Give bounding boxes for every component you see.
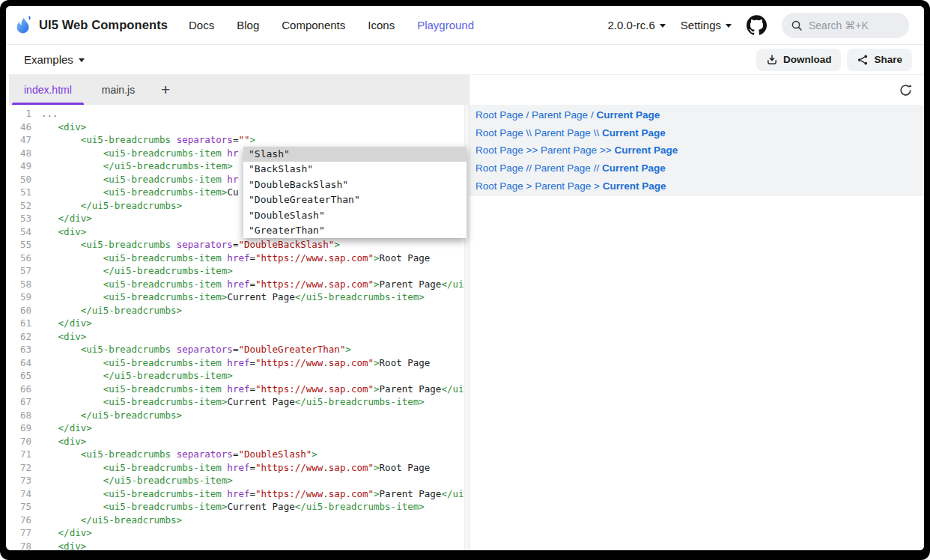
version-label: 2.0.0-rc.6 bbox=[607, 19, 654, 31]
line-number: 64 bbox=[9, 356, 41, 370]
breadcrumb-separator: > bbox=[591, 180, 602, 192]
version-dropdown[interactable]: 2.0.0-rc.6 bbox=[607, 19, 665, 31]
nav-item-blog[interactable]: Blog bbox=[237, 19, 259, 31]
app-root: UI5 Web Components DocsBlogComponentsIco… bbox=[6, 6, 924, 550]
breadcrumb-link[interactable]: Parent Page bbox=[532, 109, 588, 121]
line-number: 71 bbox=[9, 448, 41, 461]
add-tab-button[interactable]: + bbox=[150, 75, 181, 105]
code-line: 78 <div> bbox=[9, 540, 469, 551]
breadcrumb-link[interactable]: Parent Page bbox=[535, 180, 591, 192]
autocomplete-option[interactable]: "DoubleSlash" bbox=[243, 208, 466, 223]
code-line: 72 <ui5-breadcrumbs-item href="https://w… bbox=[9, 461, 469, 475]
line-content: <div> bbox=[41, 435, 86, 448]
main-split: index.htmlmain.js+ 1...46 <div>47 <ui5-b… bbox=[6, 75, 924, 550]
autocomplete-option[interactable]: "Slash" bbox=[243, 147, 466, 162]
breadcrumb-link[interactable]: Root Page bbox=[475, 127, 523, 139]
line-content: <ui5-breadcrumbs separators="DoubleGreat… bbox=[41, 343, 351, 356]
preview-panel: Root Page / Parent Page / Current PageRo… bbox=[469, 75, 924, 550]
line-number: 78 bbox=[9, 540, 41, 551]
line-number: 70 bbox=[9, 435, 41, 448]
breadcrumb-link[interactable]: Root Page bbox=[475, 180, 523, 192]
code-line: 67 <ui5-breadcrumbs-item>Current Page</u… bbox=[9, 395, 469, 409]
breadcrumb-current-page: Current Page bbox=[602, 127, 666, 139]
line-number: 75 bbox=[9, 500, 41, 514]
chevron-down-icon bbox=[660, 24, 666, 28]
download-icon bbox=[766, 54, 778, 66]
breadcrumb-link[interactable]: Parent Page bbox=[541, 144, 597, 156]
code-line: 63 <ui5-breadcrumbs separators="DoubleGr… bbox=[9, 343, 469, 356]
line-number: 51 bbox=[9, 186, 41, 199]
breadcrumb-link[interactable]: Root Page bbox=[475, 162, 523, 174]
settings-label: Settings bbox=[681, 19, 721, 31]
editor-tab-main-js[interactable]: main.js bbox=[87, 75, 150, 105]
line-number: 46 bbox=[9, 121, 41, 134]
line-content: <div> bbox=[41, 540, 86, 551]
code-line: 55 <ui5-breadcrumbs separators="DoubleBa… bbox=[9, 238, 469, 252]
code-line: 70 <div> bbox=[9, 435, 469, 448]
line-content: </ui5-breadcrumbs> bbox=[41, 514, 182, 527]
line-number: 56 bbox=[9, 252, 41, 265]
line-number: 59 bbox=[9, 290, 41, 304]
line-content: </ui5-breadcrumbs-item> bbox=[41, 264, 233, 278]
line-number: 72 bbox=[9, 461, 41, 475]
line-content: <ui5-breadcrumbs separators="DoubleSlash… bbox=[41, 448, 317, 461]
brand[interactable]: UI5 Web Components bbox=[13, 15, 168, 36]
breadcrumb-separator: / bbox=[523, 109, 532, 121]
nav-item-components[interactable]: Components bbox=[282, 19, 345, 31]
line-content: </div> bbox=[41, 421, 92, 435]
line-number: 69 bbox=[9, 421, 41, 435]
line-number: 54 bbox=[9, 225, 41, 239]
line-number: 50 bbox=[9, 173, 41, 186]
share-icon bbox=[857, 54, 869, 66]
autocomplete-option[interactable]: "DoubleGreaterThan" bbox=[243, 192, 466, 207]
breadcrumb-link[interactable]: Parent Page bbox=[535, 162, 591, 174]
autocomplete-option[interactable]: "DoubleBackSlash" bbox=[243, 177, 466, 192]
github-icon[interactable] bbox=[747, 15, 767, 35]
autocomplete-option[interactable]: "BackSlash" bbox=[243, 162, 466, 177]
code-line: 74 <ui5-breadcrumbs-item href="https://w… bbox=[9, 487, 469, 501]
line-number: 66 bbox=[9, 383, 41, 396]
code-line: 60 </ui5-breadcrumbs> bbox=[9, 304, 469, 317]
autocomplete-option[interactable]: "GreaterThan" bbox=[243, 223, 466, 238]
breadcrumb-current-page: Current Page bbox=[602, 162, 666, 174]
code-line: 71 <ui5-breadcrumbs separators="DoubleSl… bbox=[9, 448, 469, 461]
breadcrumb-link[interactable]: Parent Page bbox=[535, 127, 591, 139]
line-number: 57 bbox=[9, 264, 41, 278]
settings-dropdown[interactable]: Settings bbox=[681, 19, 732, 31]
breadcrumb-link[interactable]: Root Page bbox=[475, 109, 523, 121]
line-content: </ui5-breadcrumbs-item> bbox=[41, 474, 233, 487]
line-number: 77 bbox=[9, 526, 41, 540]
autocomplete-popup: "Slash""BackSlash""DoubleBackSlash""Doub… bbox=[243, 147, 466, 238]
nav-item-icons[interactable]: Icons bbox=[368, 19, 395, 31]
share-label: Share bbox=[874, 54, 902, 65]
breadcrumb-separator: // bbox=[591, 162, 602, 174]
breadcrumb-row: Root Page > Parent Page > Current Page bbox=[469, 177, 924, 195]
line-content: </ui5-breadcrumbs-item> bbox=[41, 159, 233, 173]
breadcrumb-row: Root Page / Parent Page / Current Page bbox=[469, 106, 924, 124]
editor-tab-index-html[interactable]: index.html bbox=[9, 75, 87, 105]
examples-dropdown[interactable]: Examples bbox=[24, 53, 85, 66]
download-button[interactable]: Download bbox=[756, 49, 842, 71]
line-number: 74 bbox=[9, 487, 41, 501]
search-input[interactable] bbox=[809, 19, 891, 31]
line-content: <ui5-breadcrumbs-item>Current Page</ui5-… bbox=[41, 290, 425, 304]
line-content: <ui5-breadcrumbs-item>Current Page</ui5-… bbox=[41, 395, 425, 409]
search-box[interactable] bbox=[782, 13, 909, 38]
code-line: 69 </div> bbox=[9, 421, 469, 435]
code-line: 46 <div> bbox=[9, 121, 469, 134]
breadcrumb-row: Root Page >> Parent Page >> Current Page bbox=[469, 141, 924, 159]
breadcrumb-row: Root Page \\ Parent Page \\ Current Page bbox=[469, 124, 924, 142]
toolbar-actions: Download Share bbox=[756, 49, 912, 71]
code-line: 56 <ui5-breadcrumbs-item href="https://w… bbox=[9, 252, 469, 265]
brand-title: UI5 Web Components bbox=[39, 18, 168, 32]
line-number: 60 bbox=[9, 304, 41, 317]
nav-item-playground[interactable]: Playground bbox=[417, 19, 474, 31]
refresh-icon[interactable] bbox=[899, 82, 914, 97]
nav-item-docs[interactable]: Docs bbox=[189, 19, 214, 31]
breadcrumb-separator: >> bbox=[523, 144, 541, 156]
line-content: <ui5-breadcrumbs-item href="https://www.… bbox=[41, 278, 469, 291]
line-number: 61 bbox=[9, 317, 41, 330]
nav-right: 2.0.0-rc.6 Settings bbox=[607, 13, 909, 38]
share-button[interactable]: Share bbox=[847, 49, 912, 71]
breadcrumb-link[interactable]: Root Page bbox=[475, 144, 523, 156]
